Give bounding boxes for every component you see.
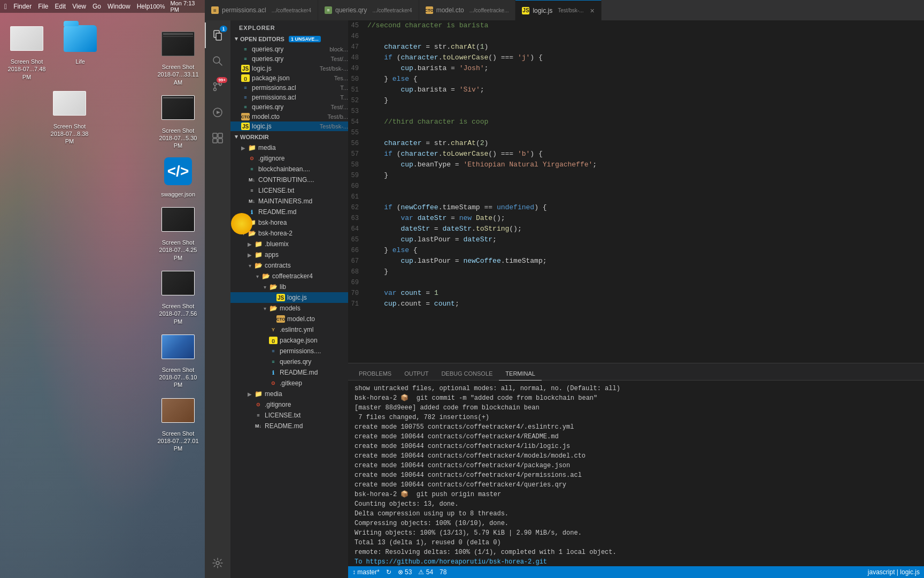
terminal-content[interactable]: show untracked files, optional modes: al… (348, 381, 924, 566)
tab-permissions-acl[interactable]: ≡ permissions.acl .../coffeetracker4 (205, 0, 318, 20)
edit-menu[interactable]: Edit (55, 3, 66, 10)
open-editor-queries3[interactable]: ≡ queries.qry Test/... (230, 102, 348, 112)
open-editor-logic1[interactable]: JS logic.js Test/bsk-... (230, 64, 348, 73)
finder-menu[interactable]: Finder (13, 3, 32, 10)
tab-logic-js[interactable]: JS logic.js Test/bsk-... × (515, 0, 601, 20)
file-icon-txt: ≡ (254, 412, 263, 419)
open-editor-package[interactable]: {} package.json Tes... (230, 73, 348, 83)
activity-debug-icon[interactable] (205, 100, 230, 125)
terminal-line: create mode 100755 contracts/coffeetrack… (355, 422, 918, 432)
open-editor-logic2[interactable]: JS logic.js Test/bsk-... (230, 121, 348, 131)
file-label: permissions.acl (252, 84, 338, 92)
open-editors-header[interactable]: ▾ OPEN EDITORS 1 UNSAVE... (230, 33, 348, 44)
info-count[interactable]: 78 (440, 568, 446, 576)
desktop-icon-screenshot1[interactable]: Screen Shot2018-07...7.48 PM (5, 21, 48, 81)
tree-license2[interactable]: ▶ ≡ LICENSE.txt (230, 410, 348, 421)
tree-bluemix[interactable]: ▶ 📁 .bluemix (230, 239, 348, 249)
tree-readme2[interactable]: ▶ M↓ README.md (230, 421, 348, 431)
desktop-icon-screenshot7[interactable]: Screen Shot2018-07...6.10 PM (157, 330, 199, 389)
tab-terminal[interactable]: TERMINAL (499, 367, 542, 381)
tab-icon-acl: ≡ (211, 6, 219, 14)
tree-media2[interactable]: ▶ 📁 media (230, 389, 348, 399)
tree-gitignore2[interactable]: ▶ ⊙ .gitignore (230, 399, 348, 410)
tree-gitkeep[interactable]: ▶ ⊙ .gitkeep (230, 378, 348, 389)
sync-status[interactable]: ↻ (386, 568, 391, 576)
svg-rect-1 (216, 33, 221, 40)
folder-open-icon: 📂 (254, 262, 263, 269)
file-icon-git: ⊙ (248, 155, 256, 162)
help-menu[interactable]: Help (137, 3, 150, 10)
window-menu[interactable]: Window (107, 3, 130, 10)
open-editor-queries1[interactable]: ≡ queries.qry block... (230, 44, 348, 54)
desktop-icon-screenshot2[interactable]: Screen Shot2018-07...8.38 PM (48, 86, 91, 146)
tab-problems[interactable]: PROBLEMS (352, 367, 398, 381)
tab-label: queries.qry (335, 6, 367, 14)
desktop-icon-label: Screen Shot2018-07...7.48 PM (5, 58, 48, 81)
desktop-icon-screenshot3[interactable]: Screen Shot2018-07...33.11 AM (157, 27, 199, 86)
folder-label: lib (280, 283, 348, 291)
tree-readme-root[interactable]: ▶ ℹ README.md (230, 207, 348, 217)
tree-contributing[interactable]: ▶ M↓ CONTRIBUTING.... (230, 174, 348, 185)
tree-coffeetracker4[interactable]: ▾ 📂 coffeetracker4 (230, 271, 348, 282)
tree-bsk-horea-2[interactable]: ▾ 📂 bsk-horea-2 (230, 228, 348, 239)
warning-count[interactable]: ⚠ 54 (418, 568, 433, 576)
tree-readme-coffee[interactable]: ▶ ℹ README.md (230, 367, 348, 378)
desktop-icon-swagger[interactable]: </> swagger.json (157, 154, 199, 198)
workdir-header[interactable]: ▾ WORKDIR (230, 131, 348, 142)
activity-git-icon[interactable]: 99+ (205, 74, 230, 100)
file-label: package.json (252, 74, 332, 82)
tab-queries-qry[interactable]: ≡ queries.qry .../coffeetracker4 (318, 0, 419, 20)
code-line-56: 56 character = str.charAt(2) (348, 138, 924, 149)
file-label: LICENSE.txt (265, 412, 348, 419)
tab-close-icon[interactable]: × (590, 6, 595, 15)
tree-lib[interactable]: ▾ 📂 lib (230, 282, 348, 292)
open-editor-queries2[interactable]: ≡ queries.qry Test/... (230, 54, 348, 64)
activity-extensions-icon[interactable] (205, 125, 230, 151)
file-path: T... (340, 94, 348, 101)
go-menu[interactable]: Go (93, 3, 101, 10)
desktop-icon-label: Screen Shot2018-07...33.11 AM (157, 63, 199, 86)
folder-icon: 📁 (254, 390, 263, 398)
vscode-window: ≡ permissions.acl .../coffeetracker4 ≡ q… (205, 0, 924, 578)
tree-bsk-horea[interactable]: ▶ 📁 bsk-horea (230, 217, 348, 228)
tree-permissions-acl[interactable]: ▶ ≡ permissions.... (230, 346, 348, 356)
tree-logic-js[interactable]: ▶ JS logic.js (230, 292, 348, 303)
open-editor-permissions2[interactable]: ≡ permissions.acl T... (230, 93, 348, 102)
apple-menu[interactable]:  (4, 2, 7, 11)
folder-label: contracts (265, 262, 348, 269)
file-menu[interactable]: File (38, 3, 48, 10)
tree-blockchainbean[interactable]: ▶ ≡ blockchainbean.... (230, 164, 348, 174)
tree-models[interactable]: ▾ 📂 models (230, 303, 348, 314)
tree-queries-qry[interactable]: ▶ ≡ queries.qry (230, 356, 348, 367)
desktop-icon-life-folder[interactable]: Life (59, 21, 102, 81)
desktop-icon-screenshot5[interactable]: Screen Shot2018-07...4.25 PM (157, 202, 199, 262)
language-mode[interactable]: javascript | logic.js (868, 568, 920, 576)
tab-model-cto[interactable]: CTO model.cto .../coffeetracke... (419, 0, 516, 20)
activity-settings-icon[interactable] (205, 552, 230, 578)
tree-media-folder[interactable]: ▶ 📁 media (230, 142, 348, 153)
tree-maintainers[interactable]: ▶ M↓ MAINTAINERS.md (230, 196, 348, 207)
tree-eslintrc[interactable]: ▶ Y .eslintrc.yml (230, 324, 348, 335)
activity-search-icon[interactable] (205, 48, 230, 74)
desktop-icon-screenshot6[interactable]: Screen Shot2018-07...7.56 PM (157, 266, 199, 325)
error-count[interactable]: ⊗ 53 (398, 568, 412, 576)
tree-package-json[interactable]: ▶ {} package.json (230, 335, 348, 346)
tab-output[interactable]: OUTPUT (398, 367, 435, 381)
file-label: package.json (280, 337, 348, 344)
code-editor[interactable]: 45 //second character is barista 46 47 c… (348, 20, 924, 363)
tab-debug-console[interactable]: DEBUG CONSOLE (435, 367, 499, 381)
git-branch-status[interactable]: ↕ master* (352, 568, 380, 576)
open-editor-model[interactable]: CTO model.cto Test/b... (230, 112, 348, 121)
open-editor-permissions1[interactable]: ≡ permissions.acl T... (230, 83, 348, 93)
tree-model-cto[interactable]: ▶ CTO model.cto (230, 314, 348, 324)
desktop-icon-screenshot8[interactable]: Screen Shot2018-07...27.01 PM (157, 393, 199, 453)
view-menu[interactable]: View (72, 3, 86, 10)
tree-gitignore[interactable]: ▶ ⊙ .gitignore (230, 153, 348, 164)
desktop-icon-screenshot4[interactable]: Screen Shot2018-07...5.30 PM (157, 90, 199, 150)
file-label: logic.js (252, 123, 318, 130)
tree-license[interactable]: ▶ ≡ LICENSE.txt (230, 185, 348, 196)
tree-contracts[interactable]: ▾ 📂 contracts (230, 260, 348, 271)
activity-explorer-icon[interactable]: 1 (205, 22, 230, 48)
line-content: //third character is coop (367, 117, 924, 127)
tree-apps[interactable]: ▶ 📁 apps (230, 249, 348, 260)
